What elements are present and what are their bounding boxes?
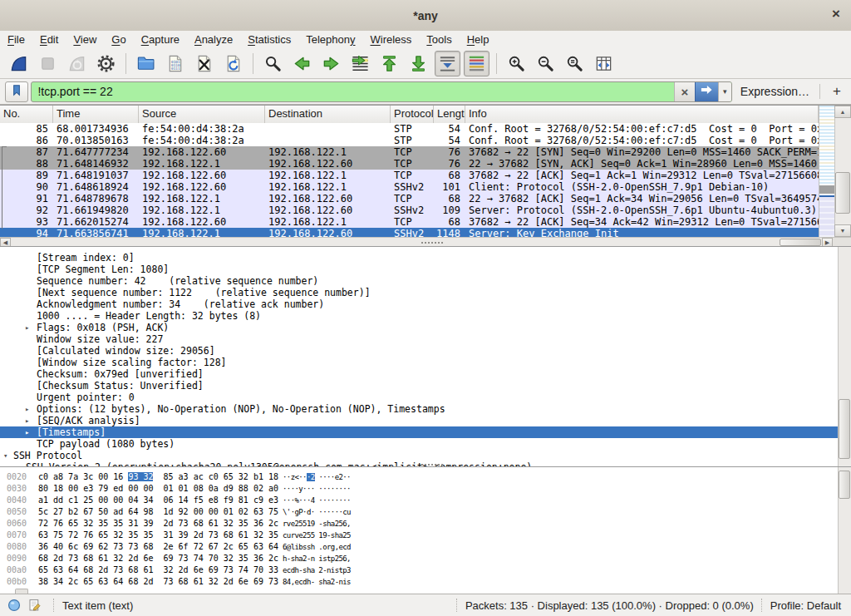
go-to-bottom-button[interactable] — [406, 51, 431, 76]
tree-item-8[interactable]: [Calculated window size: 29056] — [0, 345, 838, 357]
find-packet-button[interactable] — [260, 51, 286, 76]
tree-item-4[interactable]: Acknowledgment number: 34 (relative ack … — [0, 298, 838, 310]
zoom-in-button[interactable] — [504, 51, 529, 76]
tree-item-10[interactable]: Checksum: 0x79ed [unverified] — [0, 368, 838, 380]
go-forward-button[interactable] — [318, 51, 344, 76]
menu-analyze[interactable]: Analyze — [187, 32, 240, 47]
status-profile[interactable]: Profile: Default — [770, 599, 841, 612]
reload-file-button[interactable] — [220, 51, 246, 76]
packet-row-90[interactable]: 9071.648618924192.168.122.60192.168.122.… — [0, 181, 819, 193]
scroll-down-button[interactable]: ▼ — [834, 224, 851, 237]
hex-row-00a0[interactable]: 00a065 63 64 68 2d 73 68 61 32 2d 6e 69 … — [0, 564, 838, 576]
colorize-button[interactable] — [464, 51, 489, 76]
intelligent-scrollbar-map[interactable] — [819, 106, 835, 237]
go-back-button[interactable] — [289, 51, 315, 76]
packet-row-86[interactable]: 8670.013850163fe:54:00:d4:38:2aSTP54Conf… — [0, 135, 819, 146]
zoom-original-button[interactable] — [562, 51, 588, 76]
hex-row-0040[interactable]: 0040a1 dd c1 25 00 00 04 34 06 14 f5 e8 … — [0, 495, 838, 506]
tree-item-17[interactable]: ▾SSH Protocol — [0, 450, 838, 461]
tree-item-7[interactable]: Window size value: 227 — [0, 333, 838, 345]
menu-telephony[interactable]: Telephony — [298, 32, 362, 47]
expander-closed-icon[interactable]: ▸ — [25, 426, 29, 438]
go-to-packet-button[interactable] — [347, 51, 373, 76]
menu-go[interactable]: Go — [104, 32, 133, 47]
tree-item-1[interactable]: [TCP Segment Len: 1080] — [0, 264, 838, 275]
capture-options-button[interactable] — [93, 51, 119, 76]
column-header-protocol[interactable]: Protocol — [391, 106, 434, 123]
packet-row-94[interactable]: 9471.663856741192.168.122.1192.168.122.6… — [0, 228, 819, 237]
hex-row-0020[interactable]: 0020c0 a8 7a 3c 00 16 93 32 85 a3 ac c0 … — [0, 471, 838, 483]
packet-list-vscroll-thumb[interactable] — [835, 172, 850, 214]
hex-row-00b0[interactable]: 00b038 34 2c 65 63 64 68 2d 73 68 61 32 … — [0, 576, 838, 588]
tree-item-5[interactable]: 1000 .... = Header Length: 32 bytes (8) — [0, 310, 838, 322]
expander-open-icon[interactable]: ▾ — [3, 450, 7, 461]
restart-capture-button[interactable] — [64, 51, 90, 76]
column-header-time[interactable]: Time — [53, 106, 139, 123]
filter-clear-button[interactable]: × — [674, 82, 695, 101]
filter-bookmark-button[interactable] — [5, 81, 28, 102]
packet-row-92[interactable]: 9271.661949820192.168.122.1192.168.122.6… — [0, 205, 819, 216]
auto-scroll-button[interactable] — [435, 51, 460, 76]
hex-row-0070[interactable]: 007063 75 72 76 65 32 35 35 31 39 2d 73 … — [0, 530, 838, 541]
resize-columns-button[interactable] — [591, 51, 617, 76]
expander-closed-icon[interactable]: ▸ — [25, 415, 29, 426]
packet-row-91[interactable]: 9171.648789678192.168.122.1192.168.122.6… — [0, 193, 819, 205]
menu-help[interactable]: Help — [460, 32, 497, 47]
packet-row-93[interactable]: 9371.662015274192.168.122.60192.168.122.… — [0, 216, 819, 228]
tree-item-6[interactable]: ▸Flags: 0x018 (PSH, ACK) — [0, 322, 838, 333]
tree-item-16[interactable]: TCP payload (1080 bytes) — [0, 438, 838, 450]
tree-item-12[interactable]: Urgent pointer: 0 — [0, 392, 838, 403]
close-file-button[interactable] — [191, 51, 217, 76]
detail-vscroll-thumb[interactable] — [839, 399, 850, 459]
tree-item-9[interactable]: [Window size scaling factor: 128] — [0, 357, 838, 368]
column-header-no[interactable]: No. — [0, 106, 53, 123]
menu-tools[interactable]: Tools — [419, 32, 459, 47]
expander-closed-icon[interactable]: ▸ — [25, 322, 29, 333]
scroll-up-button[interactable]: ▲ — [834, 106, 851, 118]
tree-item-13[interactable]: ▸Options: (12 bytes), No-Operation (NOP)… — [0, 403, 838, 415]
column-header-destination[interactable]: Destination — [265, 106, 391, 123]
packet-row-85[interactable]: 8568.001734936fe:54:00:d4:38:2aSTP54Conf… — [0, 123, 819, 135]
menu-wireless[interactable]: Wireless — [363, 32, 420, 47]
open-file-button[interactable] — [133, 51, 159, 76]
stop-capture-button[interactable] — [35, 51, 61, 76]
expert-info-icon[interactable] — [7, 598, 22, 613]
menu-view[interactable]: View — [66, 32, 104, 47]
packet-row-89[interactable]: 8971.648191037192.168.122.60192.168.122.… — [0, 170, 819, 181]
display-filter-input[interactable]: !tcp.port == 22 — [32, 82, 673, 101]
titlebar[interactable]: *any × — [0, 0, 851, 32]
tree-item-11[interactable]: [Checksum Status: Unverified] — [0, 380, 838, 392]
save-file-button[interactable]: 010101100111 — [162, 51, 188, 76]
filter-add-button[interactable]: + — [828, 83, 846, 100]
menu-file[interactable]: File — [0, 32, 32, 47]
column-header-length[interactable]: Length — [434, 106, 465, 123]
packet-list-hscroll-thumb[interactable] — [780, 239, 821, 246]
hex-row-0050[interactable]: 00505c 27 b2 67 50 ad 64 98 1d 92 00 00 … — [0, 506, 838, 518]
close-icon[interactable]: × — [832, 6, 840, 22]
menu-edit[interactable]: Edit — [32, 32, 66, 47]
start-capture-button[interactable] — [6, 51, 32, 76]
bytes-vscroll-thumb[interactable] — [839, 471, 850, 499]
tree-item-14[interactable]: ▸[SEQ/ACK analysis] — [0, 415, 838, 426]
hex-row-0090[interactable]: 009068 2d 73 68 61 32 2d 6e 69 73 74 70 … — [0, 553, 838, 564]
go-to-top-button[interactable] — [376, 51, 402, 76]
pane-splitter[interactable] — [421, 241, 443, 244]
expander-closed-icon[interactable]: ▸ — [25, 403, 29, 415]
filter-apply-button[interactable] — [695, 82, 718, 101]
packet-row-87[interactable]: 8771.647777234192.168.122.60192.168.122.… — [0, 146, 819, 158]
menu-statistics[interactable]: Statistics — [240, 32, 298, 47]
filter-dropdown-caret[interactable]: ▾ — [718, 82, 731, 101]
hex-row-0030[interactable]: 003080 18 00 e3 79 ed 00 00 01 01 08 0a … — [0, 483, 838, 495]
packet-row-88[interactable]: 8871.648146932192.168.122.1192.168.122.6… — [0, 158, 819, 170]
tree-item-3[interactable]: [Next sequence number: 1122 (relative se… — [0, 287, 838, 298]
tree-item-15[interactable]: ▸[Timestamps] — [0, 426, 838, 438]
zoom-out-button[interactable] — [533, 51, 558, 76]
tree-item-2[interactable]: Sequence number: 42 (relative sequence n… — [0, 275, 838, 287]
hex-row-0080[interactable]: 008036 40 6c 69 62 73 73 68 2e 6f 72 67 … — [0, 541, 838, 553]
capture-comment-icon[interactable] — [27, 598, 42, 613]
column-header-info[interactable]: Info — [465, 106, 819, 123]
column-header-source[interactable]: Source — [139, 106, 265, 123]
hex-row-0060[interactable]: 006072 76 65 32 35 35 31 39 2d 73 68 61 … — [0, 518, 838, 530]
menu-capture[interactable]: Capture — [134, 32, 187, 47]
tree-item-0[interactable]: [Stream index: 0] — [0, 252, 838, 264]
